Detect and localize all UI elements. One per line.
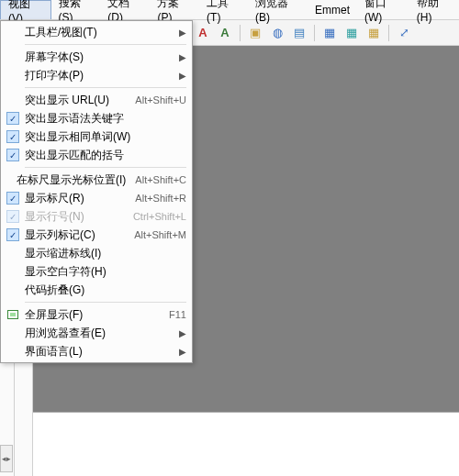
menu-print-font[interactable]: 打印字体(P) ▶ — [1, 66, 192, 84]
menu-item-label: 突出显示相同单词(W) — [25, 129, 186, 145]
menu-icon-placeholder — [5, 93, 21, 107]
window-yellow-icon[interactable]: ▦ — [364, 23, 384, 43]
menu-show-ruler[interactable]: 显示标尺(R) Alt+Shift+R — [1, 189, 192, 207]
bg-color-icon[interactable]: A — [215, 23, 235, 43]
menu-view-in-browser[interactable]: 用浏览器查看(E) ▶ — [1, 324, 192, 342]
submenu-arrow-icon: ▶ — [174, 52, 186, 62]
menu-emmet[interactable]: Emmet — [308, 0, 357, 19]
check-icon — [5, 209, 21, 224]
menu-shortcut: Ctrl+Shift+L — [124, 211, 186, 222]
menu-icon-placeholder — [5, 68, 21, 83]
menu-shortcut: F11 — [160, 309, 186, 320]
menu-highlight-words[interactable]: 突出显示相同单词(W) — [1, 127, 192, 146]
menu-project[interactable]: 方案(P) — [150, 0, 199, 19]
menu-label: 浏览器(B) — [255, 0, 300, 24]
menu-separator — [25, 167, 186, 168]
menu-highlight-brackets[interactable]: 突出显示匹配的括号 — [1, 146, 192, 164]
check-icon — [5, 129, 21, 144]
fullscreen-icon — [5, 307, 21, 322]
menu-show-whitespace[interactable]: 显示空白字符(H) — [1, 262, 192, 281]
menu-icon-placeholder — [5, 344, 21, 359]
check-icon — [5, 227, 21, 242]
menu-item-label: 突出显示 URL(U) — [25, 93, 126, 108]
menu-separator — [25, 302, 186, 303]
menu-item-label: 显示列标记(C) — [25, 227, 125, 243]
menu-highlight-syntax[interactable]: 突出显示语法关键字 — [1, 109, 192, 127]
menu-shortcut: Alt+Shift+M — [125, 229, 186, 240]
menu-icon-placeholder — [5, 246, 21, 260]
menu-cursor-position[interactable]: 在标尺显示光标位置(I) Alt+Shift+C — [1, 171, 192, 189]
font-color-icon[interactable]: A — [193, 23, 213, 43]
zoom-icon[interactable]: ⤢ — [394, 23, 414, 43]
menubar: 视图(V) 搜索(S) 文档(D) 方案(P) 工具(T) 浏览器(B) Emm… — [0, 0, 459, 20]
menu-item-label: 代码折叠(G) — [25, 282, 186, 298]
menu-item-label: 用浏览器查看(E) — [25, 326, 174, 341]
submenu-arrow-icon: ▶ — [174, 28, 186, 38]
menu-label: 窗口(W) — [364, 0, 402, 24]
menu-item-label: 显示缩进标线(I) — [25, 246, 186, 261]
window-blue-icon[interactable]: ▦ — [319, 23, 340, 43]
menu-browser[interactable]: 浏览器(B) — [248, 0, 308, 19]
menu-fullscreen[interactable]: 全屏显示(F) F11 — [1, 305, 192, 324]
menu-item-label: 显示行号(N) — [25, 209, 124, 225]
check-icon — [5, 111, 21, 126]
image-icon[interactable]: ▣ — [245, 23, 265, 43]
menu-item-label: 全屏显示(F) — [25, 307, 160, 323]
menu-screen-font[interactable]: 屏幕字体(S) ▶ — [1, 48, 192, 66]
check-icon — [5, 191, 21, 205]
menu-item-label: 打印字体(P) — [25, 68, 174, 83]
submenu-arrow-icon: ▶ — [174, 347, 186, 357]
gutter-scroll-buttons[interactable]: ◂▸ — [0, 445, 13, 472]
menu-item-label: 突出显示匹配的括号 — [25, 148, 186, 163]
toolbar-separator — [240, 25, 241, 41]
globe-icon[interactable]: ◍ — [267, 23, 287, 43]
menu-item-label: 屏幕字体(S) — [25, 50, 174, 65]
submenu-arrow-icon: ▶ — [174, 328, 186, 338]
menu-help[interactable]: 帮助(H) — [409, 0, 459, 19]
check-icon — [5, 148, 21, 162]
menu-shortcut: Alt+Shift+C — [126, 174, 186, 185]
menu-separator — [25, 87, 186, 88]
menu-item-label: 在标尺显示光标位置(I) — [17, 172, 126, 188]
menu-document[interactable]: 文档(D) — [100, 0, 150, 19]
menu-icon-placeholder — [5, 50, 21, 64]
menu-item-label: 界面语言(L) — [25, 344, 174, 360]
menu-icon-placeholder — [5, 282, 21, 297]
menu-label: 工具(T) — [207, 0, 241, 24]
submenu-arrow-icon: ▶ — [174, 71, 186, 81]
editor-bottom-panel — [33, 412, 459, 476]
menu-item-label: 工具栏/视图(T) — [25, 25, 174, 40]
menu-interface-language[interactable]: 界面语言(L) ▶ — [1, 342, 192, 360]
menu-show-indent-guides[interactable]: 显示缩进标线(I) — [1, 244, 192, 262]
view-dropdown: 工具栏/视图(T) ▶ 屏幕字体(S) ▶ 打印字体(P) ▶ 突出显示 URL… — [0, 20, 193, 363]
menu-item-label: 显示标尺(R) — [25, 191, 126, 206]
menu-item-label: 突出显示语法关键字 — [25, 111, 186, 127]
menu-search[interactable]: 搜索(S) — [51, 0, 101, 19]
menu-show-column-marker[interactable]: 显示列标记(C) Alt+Shift+M — [1, 226, 192, 244]
menu-tools[interactable]: 工具(T) — [199, 0, 248, 19]
window-teal-icon[interactable]: ▦ — [341, 23, 362, 43]
menu-toolbar-view[interactable]: 工具栏/视图(T) ▶ — [1, 23, 192, 41]
menu-label: 帮助(H) — [417, 0, 452, 24]
menu-show-line-numbers[interactable]: 显示行号(N) Ctrl+Shift+L — [1, 207, 192, 226]
screen-icon[interactable]: ▤ — [289, 23, 309, 43]
menu-icon-placeholder — [5, 25, 21, 39]
toolbar-separator — [388, 25, 389, 41]
menu-item-label: 显示空白字符(H) — [25, 264, 186, 280]
menu-shortcut: Alt+Shift+U — [126, 94, 186, 105]
menu-icon-placeholder — [5, 326, 21, 340]
menu-separator — [25, 44, 186, 45]
menu-view[interactable]: 视图(V) — [0, 0, 51, 19]
menu-icon-placeholder — [5, 172, 13, 187]
toolbar-separator — [314, 25, 315, 41]
menu-shortcut: Alt+Shift+R — [126, 193, 186, 204]
menu-window[interactable]: 窗口(W) — [357, 0, 409, 19]
menu-highlight-url[interactable]: 突出显示 URL(U) Alt+Shift+U — [1, 91, 192, 109]
menu-label: Emmet — [315, 4, 350, 17]
menu-icon-placeholder — [5, 264, 21, 279]
menu-code-folding[interactable]: 代码折叠(G) — [1, 281, 192, 299]
